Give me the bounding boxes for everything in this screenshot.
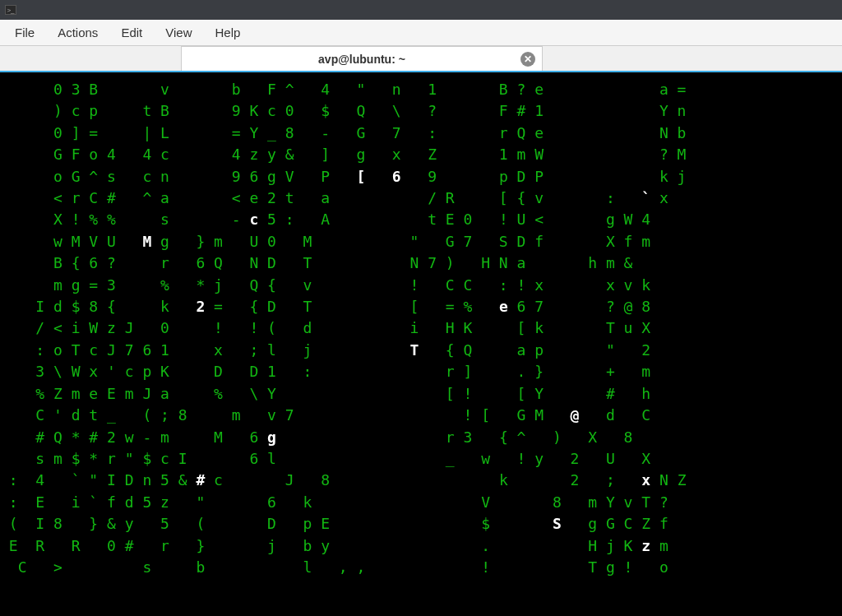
matrix-line: m g = 3 % * j Q { v ! C C : ! x x v k bbox=[0, 275, 842, 296]
matrix-line: C > s b l , , ! T g ! o bbox=[0, 557, 842, 578]
matrix-line: 0 3 B v b F ^ 4 " n 1 B ? e a = bbox=[0, 79, 842, 100]
matrix-line: 0 ] = | L = Y _ 8 - G 7 : r Q e N b bbox=[0, 123, 842, 144]
menu-view[interactable]: View bbox=[154, 22, 203, 43]
menu-actions[interactable]: Actions bbox=[46, 22, 109, 43]
window-titlebar: >_ bbox=[0, 0, 842, 20]
matrix-line: I d $ 8 { k 2 = { D T [ = % e 6 7 ? @ 8 bbox=[0, 296, 842, 317]
terminal-output[interactable]: 0 3 B v b F ^ 4 " n 1 B ? e a = ) c p t … bbox=[0, 72, 842, 616]
terminal-app-icon: >_ bbox=[5, 5, 16, 15]
matrix-line: # Q * # 2 w - m M 6 g r 3 { ^ ) X 8 bbox=[0, 427, 842, 448]
terminal-tab[interactable]: avp@lubuntu: ~ ✕ bbox=[181, 46, 543, 71]
close-icon[interactable]: ✕ bbox=[520, 52, 535, 67]
menubar: File Actions Edit View Help bbox=[0, 20, 842, 46]
matrix-line: : E i ` f d 5 z " 6 k V 8 m Y v T ? bbox=[0, 492, 842, 513]
matrix-line: / < i W z J 0 ! ! ( d i H K [ k T u X bbox=[0, 317, 842, 339]
matrix-line: : 4 ` " I D n 5 & # c J 8 k 2 ; x N Z bbox=[0, 470, 842, 491]
matrix-line: E R R 0 # r } j b y . H j K z m bbox=[0, 535, 842, 557]
matrix-line: ( I 8 } & y 5 ( D p E $ S g G C Z f bbox=[0, 513, 842, 535]
matrix-line: C ' d t _ ( ; 8 m v 7 ! [ G M @ d C bbox=[0, 405, 842, 426]
matrix-line: ) c p t B 9 K c 0 $ Q \ ? F # 1 Y n bbox=[0, 100, 842, 122]
matrix-line: < r C # ^ a < e 2 t a / R [ { v : ` x bbox=[0, 188, 842, 209]
matrix-line: 3 \ W x ' c p K D D 1 : r ] . } + m bbox=[0, 361, 842, 382]
menu-file[interactable]: File bbox=[3, 22, 46, 43]
matrix-line: % Z m e E m J a % \ Y [ ! [ Y # h bbox=[0, 383, 842, 405]
tab-title: avp@lubuntu: ~ bbox=[318, 53, 405, 66]
matrix-line: X ! % % s - c 5 : A t E 0 ! U < g W 4 bbox=[0, 209, 842, 230]
tab-bar: avp@lubuntu: ~ ✕ bbox=[0, 46, 842, 72]
matrix-line: : o T c J 7 6 1 x ; l j T { Q a p " 2 bbox=[0, 340, 842, 361]
matrix-line: G F o 4 4 c 4 z y & ] g x Z 1 m W ? M bbox=[0, 144, 842, 165]
matrix-line: s m $ * r " $ c I 6 l _ w ! y 2 U X bbox=[0, 448, 842, 470]
matrix-line: w M V U M g } m U 0 M " G 7 S D f X f m bbox=[0, 231, 842, 252]
menu-help[interactable]: Help bbox=[203, 22, 252, 43]
matrix-line: o G ^ s c n 9 6 g V P [ 6 9 p D P k j bbox=[0, 166, 842, 188]
matrix-line: B { 6 ? r 6 Q N D T N 7 ) H N a h m & bbox=[0, 252, 842, 274]
menu-edit[interactable]: Edit bbox=[109, 22, 154, 43]
